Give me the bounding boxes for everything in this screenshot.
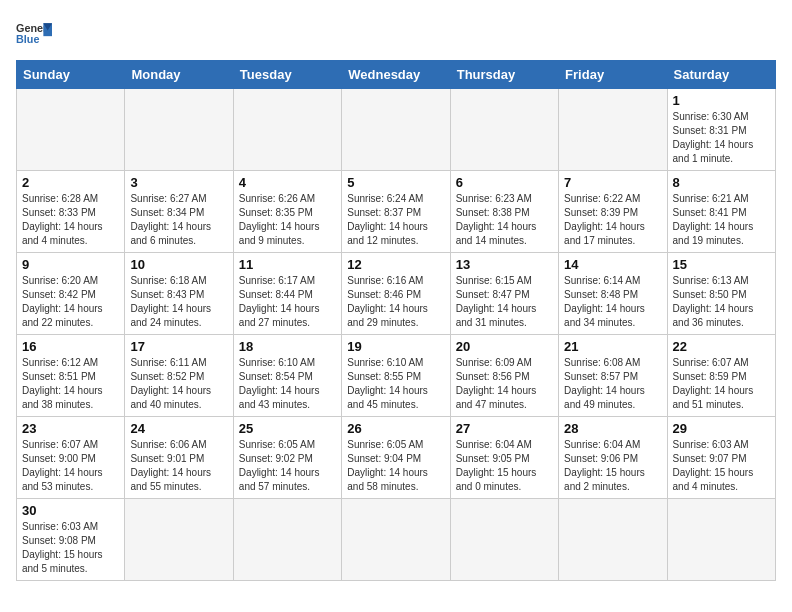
calendar-cell-5-1: 23Sunrise: 6:07 AM Sunset: 9:00 PM Dayli… — [17, 417, 125, 499]
day-number: 22 — [673, 339, 770, 354]
day-info: Sunrise: 6:06 AM Sunset: 9:01 PM Dayligh… — [130, 438, 227, 494]
calendar-cell-2-5: 6Sunrise: 6:23 AM Sunset: 8:38 PM Daylig… — [450, 171, 558, 253]
calendar-cell-1-7: 1Sunrise: 6:30 AM Sunset: 8:31 PM Daylig… — [667, 89, 775, 171]
day-info: Sunrise: 6:05 AM Sunset: 9:02 PM Dayligh… — [239, 438, 336, 494]
day-number: 29 — [673, 421, 770, 436]
day-number: 19 — [347, 339, 444, 354]
day-info: Sunrise: 6:14 AM Sunset: 8:48 PM Dayligh… — [564, 274, 661, 330]
calendar-cell-1-2 — [125, 89, 233, 171]
day-info: Sunrise: 6:18 AM Sunset: 8:43 PM Dayligh… — [130, 274, 227, 330]
calendar-cell-3-4: 12Sunrise: 6:16 AM Sunset: 8:46 PM Dayli… — [342, 253, 450, 335]
calendar-cell-4-2: 17Sunrise: 6:11 AM Sunset: 8:52 PM Dayli… — [125, 335, 233, 417]
weekday-header-friday: Friday — [559, 61, 667, 89]
generalblue-logo-icon: General Blue — [16, 16, 52, 52]
calendar-cell-4-3: 18Sunrise: 6:10 AM Sunset: 8:54 PM Dayli… — [233, 335, 341, 417]
day-info: Sunrise: 6:08 AM Sunset: 8:57 PM Dayligh… — [564, 356, 661, 412]
calendar-cell-6-2 — [125, 499, 233, 581]
calendar-cell-6-5 — [450, 499, 558, 581]
calendar-cell-4-6: 21Sunrise: 6:08 AM Sunset: 8:57 PM Dayli… — [559, 335, 667, 417]
week-row-2: 2Sunrise: 6:28 AM Sunset: 8:33 PM Daylig… — [17, 171, 776, 253]
calendar-cell-1-5 — [450, 89, 558, 171]
day-info: Sunrise: 6:13 AM Sunset: 8:50 PM Dayligh… — [673, 274, 770, 330]
day-info: Sunrise: 6:07 AM Sunset: 8:59 PM Dayligh… — [673, 356, 770, 412]
day-info: Sunrise: 6:28 AM Sunset: 8:33 PM Dayligh… — [22, 192, 119, 248]
day-info: Sunrise: 6:04 AM Sunset: 9:05 PM Dayligh… — [456, 438, 553, 494]
calendar-cell-2-1: 2Sunrise: 6:28 AM Sunset: 8:33 PM Daylig… — [17, 171, 125, 253]
day-number: 15 — [673, 257, 770, 272]
calendar-cell-4-5: 20Sunrise: 6:09 AM Sunset: 8:56 PM Dayli… — [450, 335, 558, 417]
day-number: 1 — [673, 93, 770, 108]
calendar-cell-1-1 — [17, 89, 125, 171]
day-number: 20 — [456, 339, 553, 354]
calendar-cell-6-6 — [559, 499, 667, 581]
calendar-cell-6-4 — [342, 499, 450, 581]
day-number: 23 — [22, 421, 119, 436]
day-info: Sunrise: 6:10 AM Sunset: 8:54 PM Dayligh… — [239, 356, 336, 412]
weekday-header-thursday: Thursday — [450, 61, 558, 89]
day-info: Sunrise: 6:22 AM Sunset: 8:39 PM Dayligh… — [564, 192, 661, 248]
page-header: General Blue — [16, 16, 776, 52]
calendar-cell-3-7: 15Sunrise: 6:13 AM Sunset: 8:50 PM Dayli… — [667, 253, 775, 335]
day-info: Sunrise: 6:07 AM Sunset: 9:00 PM Dayligh… — [22, 438, 119, 494]
weekday-header-tuesday: Tuesday — [233, 61, 341, 89]
day-number: 9 — [22, 257, 119, 272]
weekday-header-monday: Monday — [125, 61, 233, 89]
day-info: Sunrise: 6:03 AM Sunset: 9:07 PM Dayligh… — [673, 438, 770, 494]
day-info: Sunrise: 6:30 AM Sunset: 8:31 PM Dayligh… — [673, 110, 770, 166]
day-number: 25 — [239, 421, 336, 436]
day-info: Sunrise: 6:05 AM Sunset: 9:04 PM Dayligh… — [347, 438, 444, 494]
calendar-cell-1-4 — [342, 89, 450, 171]
day-info: Sunrise: 6:24 AM Sunset: 8:37 PM Dayligh… — [347, 192, 444, 248]
day-info: Sunrise: 6:10 AM Sunset: 8:55 PM Dayligh… — [347, 356, 444, 412]
day-number: 21 — [564, 339, 661, 354]
svg-text:Blue: Blue — [16, 33, 39, 45]
calendar-cell-3-5: 13Sunrise: 6:15 AM Sunset: 8:47 PM Dayli… — [450, 253, 558, 335]
calendar-cell-6-7 — [667, 499, 775, 581]
day-info: Sunrise: 6:09 AM Sunset: 8:56 PM Dayligh… — [456, 356, 553, 412]
calendar-cell-6-1: 30Sunrise: 6:03 AM Sunset: 9:08 PM Dayli… — [17, 499, 125, 581]
day-number: 10 — [130, 257, 227, 272]
calendar-cell-2-6: 7Sunrise: 6:22 AM Sunset: 8:39 PM Daylig… — [559, 171, 667, 253]
weekday-header-wednesday: Wednesday — [342, 61, 450, 89]
day-number: 18 — [239, 339, 336, 354]
calendar-cell-2-2: 3Sunrise: 6:27 AM Sunset: 8:34 PM Daylig… — [125, 171, 233, 253]
day-number: 28 — [564, 421, 661, 436]
calendar-cell-3-1: 9Sunrise: 6:20 AM Sunset: 8:42 PM Daylig… — [17, 253, 125, 335]
calendar-cell-5-4: 26Sunrise: 6:05 AM Sunset: 9:04 PM Dayli… — [342, 417, 450, 499]
day-number: 27 — [456, 421, 553, 436]
calendar-cell-2-7: 8Sunrise: 6:21 AM Sunset: 8:41 PM Daylig… — [667, 171, 775, 253]
day-number: 16 — [22, 339, 119, 354]
calendar-cell-1-3 — [233, 89, 341, 171]
day-number: 2 — [22, 175, 119, 190]
calendar-cell-3-3: 11Sunrise: 6:17 AM Sunset: 8:44 PM Dayli… — [233, 253, 341, 335]
day-info: Sunrise: 6:15 AM Sunset: 8:47 PM Dayligh… — [456, 274, 553, 330]
day-number: 24 — [130, 421, 227, 436]
day-number: 3 — [130, 175, 227, 190]
day-info: Sunrise: 6:17 AM Sunset: 8:44 PM Dayligh… — [239, 274, 336, 330]
calendar-cell-6-3 — [233, 499, 341, 581]
day-info: Sunrise: 6:11 AM Sunset: 8:52 PM Dayligh… — [130, 356, 227, 412]
day-info: Sunrise: 6:04 AM Sunset: 9:06 PM Dayligh… — [564, 438, 661, 494]
day-number: 30 — [22, 503, 119, 518]
day-info: Sunrise: 6:16 AM Sunset: 8:46 PM Dayligh… — [347, 274, 444, 330]
logo: General Blue — [16, 16, 52, 52]
day-number: 17 — [130, 339, 227, 354]
calendar-cell-5-5: 27Sunrise: 6:04 AM Sunset: 9:05 PM Dayli… — [450, 417, 558, 499]
day-number: 26 — [347, 421, 444, 436]
week-row-4: 16Sunrise: 6:12 AM Sunset: 8:51 PM Dayli… — [17, 335, 776, 417]
week-row-1: 1Sunrise: 6:30 AM Sunset: 8:31 PM Daylig… — [17, 89, 776, 171]
day-info: Sunrise: 6:03 AM Sunset: 9:08 PM Dayligh… — [22, 520, 119, 576]
day-number: 8 — [673, 175, 770, 190]
day-number: 14 — [564, 257, 661, 272]
day-info: Sunrise: 6:23 AM Sunset: 8:38 PM Dayligh… — [456, 192, 553, 248]
calendar-cell-3-6: 14Sunrise: 6:14 AM Sunset: 8:48 PM Dayli… — [559, 253, 667, 335]
week-row-6: 30Sunrise: 6:03 AM Sunset: 9:08 PM Dayli… — [17, 499, 776, 581]
calendar-cell-1-6 — [559, 89, 667, 171]
weekday-header-row: SundayMondayTuesdayWednesdayThursdayFrid… — [17, 61, 776, 89]
day-number: 6 — [456, 175, 553, 190]
day-info: Sunrise: 6:12 AM Sunset: 8:51 PM Dayligh… — [22, 356, 119, 412]
weekday-header-saturday: Saturday — [667, 61, 775, 89]
calendar-cell-2-4: 5Sunrise: 6:24 AM Sunset: 8:37 PM Daylig… — [342, 171, 450, 253]
calendar-cell-4-4: 19Sunrise: 6:10 AM Sunset: 8:55 PM Dayli… — [342, 335, 450, 417]
day-info: Sunrise: 6:26 AM Sunset: 8:35 PM Dayligh… — [239, 192, 336, 248]
